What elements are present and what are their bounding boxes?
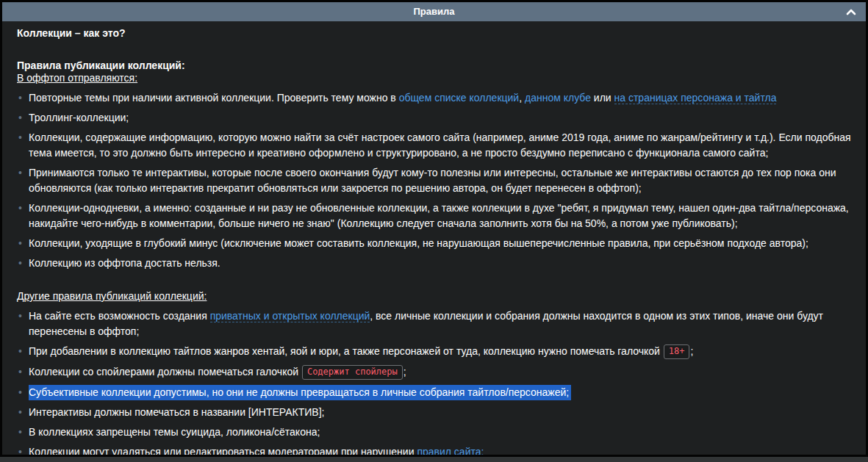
rule-text: Троллинг-коллекции; — [29, 112, 129, 123]
rule-item: Коллекцию из оффтопа достать нельзя. — [17, 256, 851, 271]
rule-text: Повторные темы при наличии активной колл… — [29, 92, 399, 104]
section-subtitle: Другие правила публикаций коллекций: — [17, 290, 851, 303]
rule-text: ; — [403, 366, 406, 378]
rules-section-1: Правила публикации коллекций:В оффтоп от… — [17, 59, 851, 271]
rule-text: или — [591, 92, 614, 104]
rule-item: Коллекции могут удаляться или редактиров… — [17, 444, 851, 455]
rule-text: , — [519, 92, 525, 104]
chevron-up-icon[interactable] — [846, 8, 856, 15]
rules-content: Коллекции – как это? Правила публикации … — [2, 21, 866, 455]
page-title: Коллекции – как это? — [17, 26, 851, 40]
rule-text: Коллекции, уходящие в глубокий минус (ис… — [29, 237, 808, 249]
rule-list: Повторные темы при наличии активной колл… — [17, 90, 851, 271]
rule-item: Коллекции со спойлерами должны помечатьс… — [17, 364, 851, 380]
rule-list: На сайте есть возможность создания прива… — [17, 308, 851, 455]
section-subtitle: В оффтоп отправляются: — [17, 72, 851, 84]
rule-sections: Правила публикации коллекций:В оффтоп от… — [17, 59, 851, 455]
rule-item: Интерактивы должны помечаться в названии… — [17, 405, 851, 420]
rule-text: Коллекции со спойлерами должны помечатьс… — [29, 366, 301, 378]
rule-text: На сайте есть возможность создания — [29, 310, 210, 322]
rule-item: Принимаются только те интерактивы, котор… — [17, 165, 851, 196]
rule-text: При добавлении в коллекцию тайтлов жанро… — [29, 345, 663, 357]
rule-item: Коллекции-однодневки, а именно: созданны… — [17, 201, 851, 231]
rules-section-2: Другие правила публикаций коллекций:На с… — [17, 290, 851, 455]
rules-panel-header[interactable]: Правила — [2, 2, 866, 21]
rule-item: На сайте есть возможность создания прива… — [17, 308, 851, 339]
rules-panel: Правила Коллекции – как это? Правила пуб… — [0, 0, 868, 457]
rule-text: Принимаются только те интерактивы, котор… — [29, 167, 836, 194]
inline-link[interactable]: общем списке коллекций — [399, 92, 520, 104]
rule-text: Коллекции могут удаляться или редактиров… — [29, 446, 417, 455]
rule-item: В коллекциях запрещены темы суицида, лол… — [17, 425, 851, 440]
inline-link[interactable]: правил сайта; — [417, 446, 484, 455]
rule-item: Повторные темы при наличии активной колл… — [17, 90, 851, 106]
rule-item: Троллинг-коллекции; — [17, 110, 851, 126]
rule-item: При добавлении в коллекцию тайтлов жанро… — [17, 344, 851, 360]
rules-panel-title: Правила — [414, 6, 455, 17]
inline-link-dashed[interactable]: приватных и открытых коллекций — [210, 310, 370, 322]
section-title: Правила публикации коллекций: — [17, 59, 851, 72]
inline-link-dashed[interactable]: на страницах персонажа и тайтла — [614, 92, 777, 104]
rule-item: Коллекции, содержащие информацию, котору… — [17, 130, 851, 161]
selected-text: Субъективные коллекции допустимы, но они… — [29, 385, 571, 400]
rule-text: Коллекции, содержащие информацию, котору… — [29, 131, 851, 159]
rule-text: Коллекции-однодневки, а именно: созданны… — [29, 202, 849, 229]
rule-item: Субъективные коллекции допустимы, но они… — [17, 385, 851, 400]
rule-text: Интерактивы должны помечаться в названии… — [29, 406, 324, 418]
inline-link[interactable]: данном клубе — [525, 92, 591, 104]
rule-item: Коллекции, уходящие в глубокий минус (ис… — [17, 236, 851, 251]
tag-badge: Содержит спойлеры — [302, 365, 403, 380]
rule-text: ; — [690, 345, 693, 357]
rule-text: Коллекцию из оффтопа достать нельзя. — [29, 257, 220, 269]
rule-text: В коллекциях запрещены темы суицида, лол… — [29, 426, 320, 438]
tag-badge: 18+ — [664, 344, 690, 359]
